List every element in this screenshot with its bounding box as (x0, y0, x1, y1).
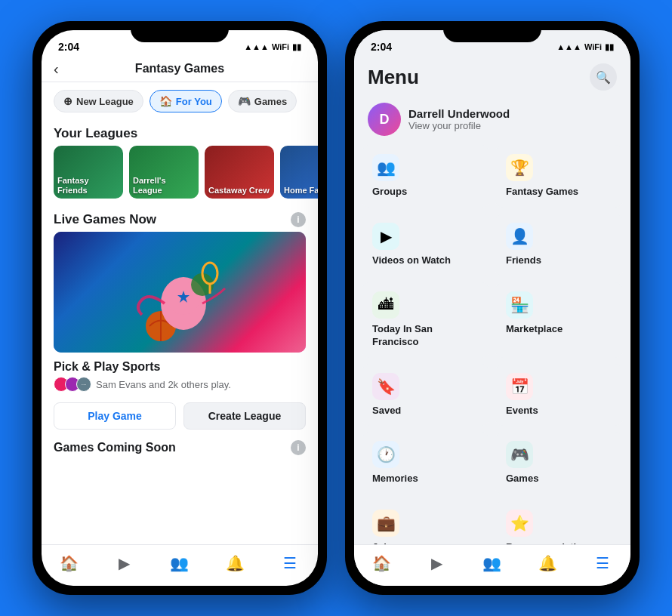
wifi-icon: WiFi (272, 42, 289, 51)
league-label-3: Home Fans (280, 183, 318, 199)
profile-sub: View your profile (408, 120, 510, 131)
groups-icon: 👥 (372, 154, 399, 181)
create-league-button[interactable]: Create League (183, 402, 306, 430)
back-button[interactable]: ‹ (54, 60, 59, 78)
coming-soon-info-icon[interactable]: i (291, 440, 306, 455)
games-menu-label: Games (506, 473, 612, 485)
menu-title: Menu (368, 66, 419, 89)
left-phone: 2:04 ▲▲▲ WiFi ▮▮ ‹ Fantasy Games ⊕ New L… (32, 21, 327, 595)
game-buttons: Play Game Create League (42, 396, 318, 436)
friends-icon: 👤 (506, 223, 533, 250)
new-league-icon: ⊕ (63, 95, 72, 107)
videos-on-watch-icon: ▶ (372, 223, 399, 250)
notch-right (443, 21, 541, 42)
league-card-1[interactable]: Darrell's League (129, 146, 199, 199)
search-button[interactable]: 🔍 (590, 63, 617, 91)
status-icons-right: ▲▲▲ WiFi ▮▮ (556, 42, 614, 52)
menu-item-groups[interactable]: 👥 Groups (362, 145, 489, 208)
wifi-icon-right: WiFi (584, 42, 602, 51)
recommendations-icon: ⭐ (506, 510, 533, 537)
status-icons-left: ▲▲▲ WiFi ▮▮ (244, 42, 301, 52)
nav-groups-right[interactable]: 👥 (482, 553, 503, 574)
tab-games-label: Games (254, 96, 287, 107)
menu-item-events[interactable]: 📅 Events (495, 364, 623, 427)
profile-row[interactable]: D Darrell Underwood View your profile (354, 97, 630, 145)
nav-notifications-left[interactable]: 🔔 (224, 553, 245, 574)
notch (131, 21, 229, 42)
marketplace-label: Marketplace (506, 323, 612, 336)
memories-icon: 🕐 (372, 441, 399, 468)
menu-item-fantasy-games[interactable]: 🏆 Fantasy Games (495, 145, 623, 208)
bottom-nav-right: 🏠 ▶ 👥 🔔 ☰ (354, 544, 630, 586)
games-icon: 🎮 (238, 95, 251, 107)
games-menu-icon: 🎮 (506, 441, 533, 468)
menu-item-memories[interactable]: 🕐 Memories (362, 432, 489, 494)
league-label-0: Fantasy Friends (54, 173, 123, 199)
tab-games[interactable]: 🎮 Games (228, 90, 297, 112)
info-icon[interactable]: i (291, 212, 306, 227)
menu-item-friends[interactable]: 👤 Friends (495, 214, 623, 276)
league-card-0[interactable]: Fantasy Friends (54, 146, 123, 199)
marketplace-icon: 🏪 (506, 291, 533, 319)
menu-header: Menu 🔍 (354, 56, 630, 97)
fantasy-games-label: Fantasy Games (506, 186, 612, 199)
menu-grid: 👥 Groups 🏆 Fantasy Games ▶ Videos on Wat… (354, 145, 630, 544)
menu-item-games[interactable]: 🎮 Games (495, 432, 623, 494)
fantasy-games-header: ‹ Fantasy Games (42, 56, 318, 82)
nav-notifications-right[interactable]: 🔔 (537, 553, 558, 574)
live-games-header: Live Games Now i (42, 208, 318, 232)
friends-label: Friends (506, 254, 612, 267)
game-players: ··· Sam Evans and 2k others play. (54, 377, 306, 392)
game-image (54, 232, 306, 353)
battery-icon: ▮▮ (292, 42, 301, 52)
tab-for-you[interactable]: 🏠 For You (150, 90, 222, 112)
play-game-button[interactable]: Play Game (54, 402, 176, 430)
events-icon: 📅 (506, 373, 533, 400)
profile-avatar: D (368, 103, 401, 136)
today-sf-icon: 🏙 (372, 291, 399, 319)
signal-icon-right: ▲▲▲ (556, 42, 581, 51)
nav-menu-right[interactable]: ☰ (592, 553, 613, 574)
nav-watch-left[interactable]: ▶ (114, 553, 135, 574)
right-phone: 2:04 ▲▲▲ WiFi ▮▮ Menu 🔍 D Darrell Underw… (345, 21, 640, 595)
players-text: Sam Evans and 2k others play. (96, 379, 231, 390)
games-coming-soon: Games Coming Soon i (42, 436, 318, 460)
menu-item-marketplace[interactable]: 🏪 Marketplace (495, 282, 623, 358)
nav-home-right[interactable]: 🏠 (371, 553, 393, 574)
menu-item-saved[interactable]: 🔖 Saved (362, 364, 489, 427)
tab-new-league[interactable]: ⊕ New League (54, 90, 143, 112)
events-label: Events (506, 405, 612, 417)
today-sf-label: Today In San Francisco (372, 323, 479, 349)
league-label-2: Castaway Crew (205, 183, 273, 199)
avatar-3: ··· (76, 377, 91, 392)
page-title: Fantasy Games (135, 62, 224, 75)
bottom-nav-left: 🏠 ▶ 👥 🔔 ☰ (42, 544, 318, 586)
nav-home-left[interactable]: 🏠 (59, 553, 80, 574)
nav-groups-left[interactable]: 👥 (169, 553, 190, 574)
nav-menu-left[interactable]: ☰ (279, 553, 301, 574)
battery-icon-right: ▮▮ (605, 42, 614, 52)
profile-name: Darrell Underwood (408, 107, 510, 120)
groups-label: Groups (372, 186, 479, 199)
memories-label: Memories (372, 473, 479, 485)
menu-item-today-sf[interactable]: 🏙 Today In San Francisco (362, 282, 489, 358)
status-time-right: 2:04 (371, 41, 392, 53)
league-card-3[interactable]: Home Fans (280, 146, 318, 199)
saved-label: Saved (372, 405, 479, 417)
nav-watch-right[interactable]: ▶ (427, 553, 448, 574)
for-you-icon: 🏠 (159, 95, 172, 107)
league-label-1: Darrell's League (129, 173, 199, 199)
menu-item-recommendations[interactable]: ⭐ Recommendations (495, 500, 623, 544)
game-name: Pick & Play Sports (54, 360, 306, 374)
saved-icon: 🔖 (372, 373, 399, 400)
tabs-row: ⊕ New League 🏠 For You 🎮 Games (42, 82, 318, 120)
menu-item-jobs[interactable]: 💼 Jobs (362, 500, 489, 544)
avatar-stack: ··· (54, 377, 91, 392)
live-games-title: Live Games Now (54, 212, 156, 227)
leagues-scroll: Fantasy Friends Darrell's League Castawa… (42, 146, 318, 208)
tab-for-you-label: For You (176, 96, 212, 107)
jobs-icon: 💼 (372, 510, 399, 537)
menu-item-videos-on-watch[interactable]: ▶ Videos on Watch (362, 214, 489, 276)
league-card-2[interactable]: Castaway Crew (205, 146, 274, 199)
profile-info: Darrell Underwood View your profile (408, 107, 510, 131)
